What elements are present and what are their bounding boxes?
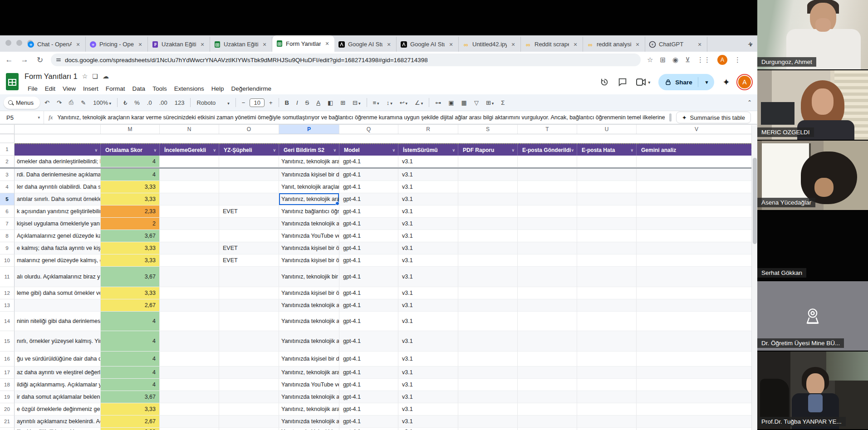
column-letter-U[interactable]: U [577, 125, 637, 134]
tab-close-icon[interactable]: × [510, 41, 517, 48]
vertical-scrollbar[interactable] [751, 125, 757, 430]
cell-yz-supheli[interactable] [219, 403, 279, 415]
star-doc-icon[interactable]: ☆ [82, 73, 88, 80]
currency-format-button[interactable]: ₺ [121, 98, 130, 108]
cell-yz-supheli[interactable] [219, 331, 279, 352]
cell-pdf-raporu[interactable] [458, 312, 518, 331]
browser-tab[interactable]: ∞Reddit scraper× [521, 37, 583, 52]
row-number-20[interactable]: 20 [0, 403, 15, 415]
filter-chevron-icon[interactable]: ∨ [94, 148, 100, 152]
cell-gemini-analiz[interactable] [637, 352, 757, 366]
cell-inceleme-gerekli[interactable] [160, 403, 219, 415]
cell-geri-bildirim[interactable]: Yanıtınız, teknolojik araç [279, 156, 339, 167]
row-number-11[interactable]: 11 [0, 267, 15, 287]
meet-chevron-icon[interactable]: ▾ [648, 80, 650, 85]
header-cell-hidden[interactable]: ∨ [15, 143, 101, 156]
move-folder-icon[interactable]: ❏ [92, 73, 98, 80]
cell-ortalama-skor[interactable]: 4 [101, 312, 160, 331]
cell-ortalama-skor[interactable]: 3,33 [101, 193, 160, 205]
menu-file[interactable]: File [25, 84, 41, 93]
cell-yz-supheli[interactable] [219, 181, 279, 193]
tab-close-icon[interactable]: × [696, 41, 703, 48]
cell-inceleme-gerekli[interactable] [160, 242, 219, 254]
cell-pdf-raporu[interactable] [458, 287, 518, 299]
cell-istem-surumu[interactable]: v3.1 [398, 181, 458, 193]
cell-ortalama-skor[interactable]: 3,67 [101, 230, 160, 242]
cell-ortalama-skor[interactable]: 3,33 [101, 242, 160, 254]
cell-inceleme-gerekli[interactable] [160, 254, 219, 267]
filter-chevron-icon[interactable]: ∨ [571, 148, 577, 152]
browser-profile-avatar[interactable]: A [717, 55, 727, 65]
cell-inceleme-gerekli[interactable] [160, 218, 219, 230]
insert-link-button[interactable]: ⊶ [432, 98, 444, 108]
cell-geri-bildirim[interactable]: Yanıtınızda YouTube ve [279, 379, 339, 391]
cell-model[interactable]: gpt-4.1 [339, 205, 398, 218]
cell-comment-text[interactable]: leme gibi) daha somut örnekler verm [15, 287, 101, 299]
column-letter-M[interactable]: M [101, 125, 160, 134]
cell-geri-bildirim[interactable]: Yanıtınızda YouTube ve [279, 230, 339, 242]
hide-toolbar-chevron-icon[interactable]: ⌃ [747, 99, 752, 106]
cell-istem-surumu[interactable]: v3.1 [398, 352, 458, 366]
menu-format[interactable]: Format [103, 84, 128, 93]
browser-tab[interactable]: ∞reddit analysis× [583, 37, 645, 52]
column-letter-S[interactable]: S [458, 125, 518, 134]
filter-chevron-icon[interactable]: ∨ [213, 148, 219, 152]
cell-yz-supheli[interactable]: EVET [219, 242, 279, 254]
row-number-12[interactable]: 12 [0, 287, 15, 299]
cell-comment-text[interactable]: nırlı, örnekler yüzeysel kalmış. Yine d [15, 331, 101, 352]
browser-tab[interactable]: Google AI Stud× [334, 37, 397, 52]
cell-comment-text[interactable]: lik eklendiği dikkat çekiyor [15, 428, 101, 430]
account-avatar[interactable]: A [738, 76, 751, 88]
cell-ortalama-skor[interactable]: 4 [101, 352, 160, 366]
cell-comment-text[interactable]: antılar sınırlı. Daha somut örnekler ve [15, 193, 101, 205]
cell-inceleme-gerekli[interactable] [160, 181, 219, 193]
cell-gemini-analiz[interactable] [637, 415, 757, 428]
percent-format-button[interactable]: % [132, 98, 142, 108]
cell-inceleme-gerekli[interactable] [160, 331, 219, 352]
cell-model[interactable]: gpt-4.1 [339, 428, 398, 430]
menu-extensions[interactable]: Extensions [171, 84, 207, 93]
cell-pdf-raporu[interactable] [458, 415, 518, 428]
cell-eposta-gonderildi[interactable] [518, 287, 577, 299]
formula-input[interactable]: Yanıtınız, teknolojik araçların karar ve… [57, 114, 664, 121]
menu-edit[interactable]: Edit [42, 84, 59, 93]
cell-istem-surumu[interactable]: v3.1 [398, 205, 458, 218]
cell-eposta-gonderildi[interactable] [518, 181, 577, 193]
summarise-table-button[interactable]: ✦ Summarise this table [676, 112, 751, 123]
cell-pdf-raporu[interactable] [458, 352, 518, 366]
row-number-6[interactable]: 6 [0, 205, 15, 218]
cell-inceleme-gerekli[interactable] [160, 352, 219, 366]
cell-eposta-gonderildi[interactable] [518, 205, 577, 218]
cell-istem-surumu[interactable]: v3.1 [398, 391, 458, 403]
cell-geri-bildirim[interactable]: Yanıtınızda teknolojik ar [279, 331, 339, 352]
cell-eposta-hata[interactable] [577, 428, 637, 430]
cell-model[interactable]: gpt-4.1 [339, 181, 398, 193]
row-number-8[interactable]: 8 [0, 230, 15, 242]
cell-model[interactable]: gpt-4.1 [339, 352, 398, 366]
borders-button[interactable]: ⊞ [338, 98, 348, 108]
share-button[interactable]: Share ▾ [658, 74, 714, 90]
cell-istem-surumu[interactable]: v3.1 [398, 218, 458, 230]
cell-istem-surumu[interactable]: v3.1 [398, 193, 458, 205]
cell-istem-surumu[interactable]: v3.1 [398, 379, 458, 391]
cell-eposta-gonderildi[interactable] [518, 331, 577, 352]
cell-yz-supheli[interactable]: EVET [219, 254, 279, 267]
cell-model[interactable]: gpt-4.1 [339, 169, 398, 181]
header-cell-Geri Bildirim S2[interactable]: Geri Bildirim S2∨ [279, 143, 339, 156]
row-number-14[interactable]: 14 [0, 312, 15, 331]
cell-eposta-hata[interactable] [577, 287, 637, 299]
menu-view[interactable]: View [59, 84, 79, 93]
row-number-2[interactable]: 2 [0, 156, 15, 167]
cell-yz-supheli[interactable] [219, 391, 279, 403]
cell-gemini-analiz[interactable] [637, 428, 757, 430]
cell-eposta-gonderildi[interactable] [518, 366, 577, 379]
cell-geri-bildirim[interactable]: Yanıtınız bağlantıcı öğre [279, 205, 339, 218]
cell-gemini-analiz[interactable] [637, 193, 757, 205]
filter-chevron-icon[interactable]: ∨ [153, 148, 159, 152]
cell-geri-bildirim[interactable]: Yanıtınızda teknolojik ar [279, 415, 339, 428]
browser-tab[interactable]: ✳Pricing - Open× [86, 37, 148, 52]
cell-model[interactable]: gpt-4.1 [339, 218, 398, 230]
cell-pdf-raporu[interactable] [458, 242, 518, 254]
header-cell-İncelemeGerekli[interactable]: İncelemeGerekli∨ [160, 143, 219, 156]
row-number-15[interactable]: 15 [0, 331, 15, 352]
